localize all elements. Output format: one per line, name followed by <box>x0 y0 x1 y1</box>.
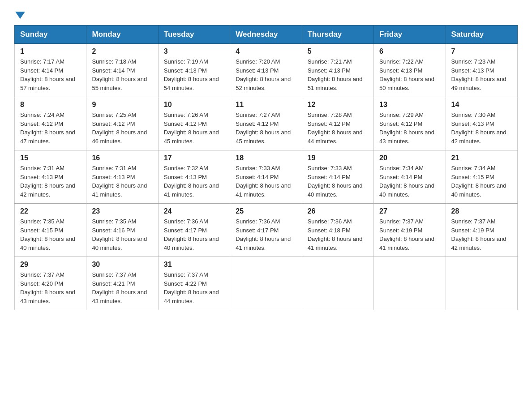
calendar-week-row: 22 Sunrise: 7:35 AM Sunset: 4:15 PM Dayl… <box>15 204 518 257</box>
day-number: 14 <box>451 101 512 109</box>
calendar-cell: 6 Sunrise: 7:22 AM Sunset: 4:13 PM Dayli… <box>374 44 446 97</box>
calendar-cell: 31 Sunrise: 7:37 AM Sunset: 4:22 PM Dayl… <box>158 257 230 310</box>
daylight-label: Daylight: 8 hours and 41 minutes. <box>236 235 291 251</box>
calendar-cell: 21 Sunrise: 7:34 AM Sunset: 4:15 PM Dayl… <box>446 150 517 204</box>
day-number: 11 <box>236 101 296 109</box>
daylight-label: Daylight: 8 hours and 42 minutes. <box>20 182 75 198</box>
sunrise-label: Sunrise: 7:35 AM <box>92 218 136 225</box>
day-info: Sunrise: 7:29 AM Sunset: 4:12 PM Dayligh… <box>379 111 440 146</box>
sunrise-label: Sunrise: 7:31 AM <box>20 165 64 171</box>
day-number: 2 <box>92 47 152 56</box>
day-number: 27 <box>379 207 440 215</box>
page-header <box>14 11 518 18</box>
daylight-label: Daylight: 8 hours and 41 minutes. <box>164 182 219 198</box>
day-info: Sunrise: 7:37 AM Sunset: 4:22 PM Dayligh… <box>164 270 224 305</box>
sunrise-label: Sunrise: 7:37 AM <box>451 218 496 225</box>
calendar-cell: 9 Sunrise: 7:25 AM Sunset: 4:12 PM Dayli… <box>86 97 158 150</box>
day-number: 26 <box>308 207 368 215</box>
day-number: 19 <box>308 154 368 162</box>
day-number: 22 <box>20 207 81 215</box>
weekday-header-row: SundayMondayTuesdayWednesdayThursdayFrid… <box>15 26 518 44</box>
sunset-label: Sunset: 4:12 PM <box>164 120 207 127</box>
day-info: Sunrise: 7:36 AM Sunset: 4:17 PM Dayligh… <box>164 217 224 252</box>
calendar-cell: 11 Sunrise: 7:27 AM Sunset: 4:12 PM Dayl… <box>230 97 302 150</box>
calendar-cell: 7 Sunrise: 7:23 AM Sunset: 4:13 PM Dayli… <box>446 44 517 97</box>
sunset-label: Sunset: 4:12 PM <box>308 120 351 127</box>
day-number: 10 <box>164 101 224 109</box>
daylight-label: Daylight: 8 hours and 41 minutes. <box>379 235 434 251</box>
sunrise-label: Sunrise: 7:37 AM <box>164 271 208 278</box>
day-info: Sunrise: 7:34 AM Sunset: 4:14 PM Dayligh… <box>379 164 440 199</box>
sunset-label: Sunset: 4:12 PM <box>92 120 135 127</box>
calendar-cell: 20 Sunrise: 7:34 AM Sunset: 4:14 PM Dayl… <box>374 150 446 204</box>
day-number: 9 <box>92 101 152 109</box>
sunset-label: Sunset: 4:13 PM <box>20 174 63 180</box>
sunset-label: Sunset: 4:12 PM <box>236 120 279 127</box>
sunset-label: Sunset: 4:13 PM <box>308 67 351 74</box>
sunrise-label: Sunrise: 7:37 AM <box>379 218 424 225</box>
day-number: 17 <box>164 154 224 162</box>
weekday-header-thursday: Thursday <box>302 26 373 44</box>
daylight-label: Daylight: 8 hours and 40 minutes. <box>92 235 147 251</box>
day-info: Sunrise: 7:25 AM Sunset: 4:12 PM Dayligh… <box>92 111 152 146</box>
sunset-label: Sunset: 4:12 PM <box>20 120 63 127</box>
sunrise-label: Sunrise: 7:33 AM <box>236 165 280 171</box>
day-number: 21 <box>451 154 512 162</box>
calendar-cell: 27 Sunrise: 7:37 AM Sunset: 4:19 PM Dayl… <box>374 204 446 257</box>
sunset-label: Sunset: 4:14 PM <box>20 67 63 74</box>
sunrise-label: Sunrise: 7:21 AM <box>308 58 352 65</box>
day-number: 7 <box>451 47 512 56</box>
day-number: 20 <box>379 154 440 162</box>
day-info: Sunrise: 7:33 AM Sunset: 4:14 PM Dayligh… <box>308 164 368 199</box>
sunrise-label: Sunrise: 7:37 AM <box>20 271 64 278</box>
sunrise-label: Sunrise: 7:36 AM <box>308 218 352 225</box>
sunrise-label: Sunrise: 7:18 AM <box>92 58 136 65</box>
calendar-cell: 3 Sunrise: 7:19 AM Sunset: 4:13 PM Dayli… <box>158 44 230 97</box>
day-info: Sunrise: 7:31 AM Sunset: 4:13 PM Dayligh… <box>92 164 152 199</box>
sunset-label: Sunset: 4:13 PM <box>451 67 494 74</box>
daylight-label: Daylight: 8 hours and 43 minutes. <box>379 129 434 145</box>
calendar-cell: 10 Sunrise: 7:26 AM Sunset: 4:12 PM Dayl… <box>158 97 230 150</box>
sunrise-label: Sunrise: 7:31 AM <box>92 165 136 171</box>
sunset-label: Sunset: 4:19 PM <box>451 227 494 234</box>
sunrise-label: Sunrise: 7:27 AM <box>236 111 280 118</box>
sunrise-label: Sunrise: 7:30 AM <box>451 111 496 118</box>
day-number: 24 <box>164 207 224 215</box>
sunrise-label: Sunrise: 7:19 AM <box>164 58 208 65</box>
sunrise-label: Sunrise: 7:22 AM <box>379 58 424 65</box>
calendar-cell: 17 Sunrise: 7:32 AM Sunset: 4:13 PM Dayl… <box>158 150 230 204</box>
sunset-label: Sunset: 4:14 PM <box>236 174 279 180</box>
day-info: Sunrise: 7:22 AM Sunset: 4:13 PM Dayligh… <box>379 57 440 92</box>
logo-triangle-icon <box>15 12 25 19</box>
day-number: 13 <box>379 101 440 109</box>
day-info: Sunrise: 7:37 AM Sunset: 4:20 PM Dayligh… <box>20 270 81 305</box>
day-number: 1 <box>20 47 81 56</box>
day-number: 29 <box>20 261 81 269</box>
sunset-label: Sunset: 4:21 PM <box>92 280 135 287</box>
daylight-label: Daylight: 8 hours and 45 minutes. <box>164 129 219 145</box>
calendar-cell: 2 Sunrise: 7:18 AM Sunset: 4:14 PM Dayli… <box>86 44 158 97</box>
calendar-cell: 23 Sunrise: 7:35 AM Sunset: 4:16 PM Dayl… <box>86 204 158 257</box>
daylight-label: Daylight: 8 hours and 49 minutes. <box>451 76 506 91</box>
calendar-week-row: 8 Sunrise: 7:24 AM Sunset: 4:12 PM Dayli… <box>15 97 518 150</box>
calendar-cell: 29 Sunrise: 7:37 AM Sunset: 4:20 PM Dayl… <box>15 257 86 310</box>
daylight-label: Daylight: 8 hours and 42 minutes. <box>451 129 506 145</box>
daylight-label: Daylight: 8 hours and 45 minutes. <box>236 129 291 145</box>
daylight-label: Daylight: 8 hours and 41 minutes. <box>236 182 291 198</box>
daylight-label: Daylight: 8 hours and 51 minutes. <box>308 76 363 91</box>
day-number: 8 <box>20 101 81 109</box>
day-info: Sunrise: 7:36 AM Sunset: 4:18 PM Dayligh… <box>308 217 368 252</box>
daylight-label: Daylight: 8 hours and 57 minutes. <box>20 76 75 91</box>
day-info: Sunrise: 7:33 AM Sunset: 4:14 PM Dayligh… <box>236 164 296 199</box>
day-number: 25 <box>236 207 296 215</box>
calendar-cell: 30 Sunrise: 7:37 AM Sunset: 4:21 PM Dayl… <box>86 257 158 310</box>
sunset-label: Sunset: 4:13 PM <box>164 174 207 180</box>
day-info: Sunrise: 7:30 AM Sunset: 4:13 PM Dayligh… <box>451 111 512 146</box>
day-info: Sunrise: 7:23 AM Sunset: 4:13 PM Dayligh… <box>451 57 512 92</box>
daylight-label: Daylight: 8 hours and 46 minutes. <box>92 129 147 145</box>
daylight-label: Daylight: 8 hours and 52 minutes. <box>236 76 291 91</box>
weekday-header-saturday: Saturday <box>446 26 517 44</box>
sunset-label: Sunset: 4:17 PM <box>236 227 279 234</box>
day-info: Sunrise: 7:19 AM Sunset: 4:13 PM Dayligh… <box>164 57 224 92</box>
day-number: 5 <box>308 47 368 56</box>
